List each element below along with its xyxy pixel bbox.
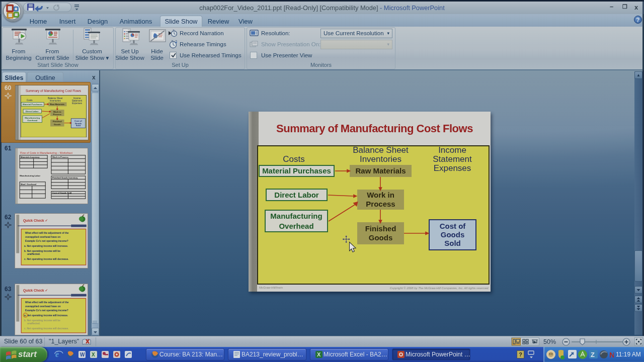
svg-text:b. Net operating income will b: b. Net operating income will be [24,319,60,322]
svg-text:Cost of Goods Sold: Cost of Goods Sold [52,192,72,194]
svg-text:overapplied overhead have on: overapplied overhead have on [25,305,60,308]
svg-text:Sold: Sold [76,124,81,127]
svg-text:Raw Materials: Raw Materials [50,103,64,106]
svg-text:Example Co's net operating inc: Example Co's net operating income? [25,240,68,242]
svg-text:What effect will the adjustmen: What effect will the adjustment of the [25,301,69,304]
svg-text:Manufacturing Labor: Manufacturing Labor [20,174,40,177]
svg-text:Work in: Work in [53,111,61,113]
svg-text:Quick Check ✓: Quick Check ✓ [23,219,48,223]
svg-text:X: X [92,352,95,357]
svg-text:Quick Check ✓: Quick Check ✓ [23,289,48,293]
svg-text:Inventories: Inventories [50,100,61,102]
svg-text:unaffected.: unaffected. [27,322,41,325]
svg-text:Manf. Overhead: Manf. Overhead [21,183,36,186]
svg-text:N: N [609,350,614,359]
svg-text:overapplied overhead have on: overapplied overhead have on [25,236,60,238]
svg-text:Finished Goods Inventory: Finished Goods Inventory [52,176,78,179]
svg-text:Costs: Costs [27,99,33,102]
svg-text:Material Purchases: Material Purchases [23,103,43,106]
svg-text:Direct Labor: Direct Labor [26,110,39,113]
svg-text:Materials Inventory: Materials Inventory [21,156,40,158]
svg-text:Goods: Goods [54,123,61,126]
svg-text:c. Net operating income will d: c. Net operating income will decrease. [24,327,69,330]
svg-text:Summary of Manufacturing Cost: Summary of Manufacturing Cost Flows [26,89,81,93]
svg-text:W: W [80,352,85,357]
svg-text:unaffected.: unaffected. [27,253,41,255]
svg-text:b. Net operating income will b: b. Net operating income will be [24,250,60,252]
svg-text:Expenses: Expenses [72,102,83,105]
svg-text:X: X [317,351,321,357]
svg-text:Overhead: Overhead [27,119,37,122]
svg-text:Flow of Costs in Manufacturing: Flow of Costs in Manufacturing – Workshe… [20,151,72,154]
svg-text:a. Net operating income will i: a. Net operating income will increase. [24,245,68,247]
svg-text:c. Net operating income will d: c. Net operating income will decrease. [24,258,69,260]
svg-text:Example Co's net operating inc: Example Co's net operating income? [25,309,68,312]
svg-text:Process: Process [53,113,61,116]
svg-text:Work in Process: Work in Process [52,156,69,158]
svg-text:Manufacturing: Manufacturing [25,117,40,119]
svg-text:a. Net operating income will i: a. Net operating income will increase. [24,314,68,317]
svg-text:Z: Z [591,351,595,358]
svg-text:Finished: Finished [53,120,62,123]
svg-text:What effect will the adjustmen: What effect will the adjustment of the [25,232,69,234]
